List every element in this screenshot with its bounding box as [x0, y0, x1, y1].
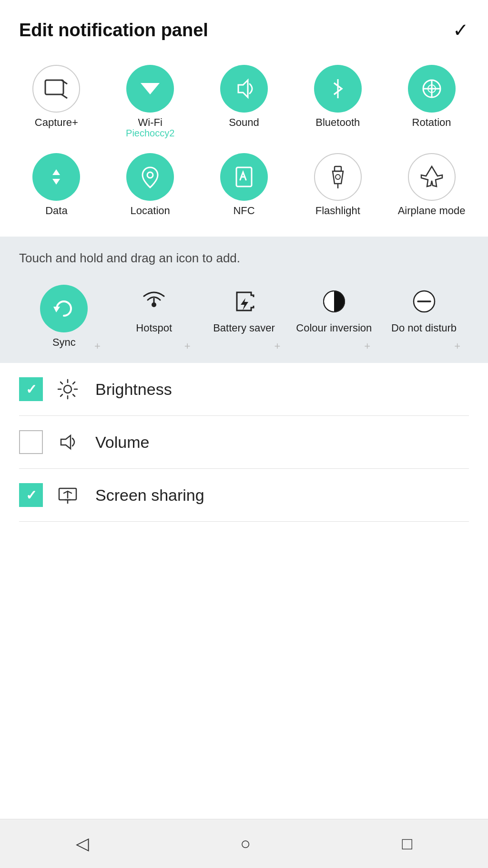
bottom-navigation: ◁ ○ □	[0, 819, 488, 868]
bluetooth-item[interactable]: Bluetooth	[291, 60, 385, 144]
svg-rect-12	[335, 166, 341, 171]
sound-icon-circle	[220, 65, 268, 113]
screen-sharing-checkbox[interactable]: ✓	[19, 483, 43, 507]
brightness-label: Brightness	[95, 380, 172, 399]
sync-item[interactable]: Sync +	[19, 280, 109, 353]
svg-line-28	[73, 394, 75, 396]
svg-marker-31	[61, 435, 71, 449]
volume-checkbox[interactable]	[19, 430, 43, 454]
airplane-icon	[417, 163, 446, 191]
battery-saver-icon	[227, 285, 261, 318]
sound-item[interactable]: Sound	[197, 60, 291, 144]
rotation-icon	[417, 74, 446, 103]
page-header: Edit notification panel ✓	[0, 0, 488, 51]
flashlight-label: Flashlight	[315, 205, 360, 217]
screen-sharing-setting[interactable]: ✓ Screen sharing	[19, 469, 469, 522]
volume-label: Volume	[95, 433, 149, 452]
capture-item[interactable]: Capture+	[10, 60, 103, 144]
screen-sharing-icon	[57, 485, 81, 506]
rotation-item[interactable]: Rotation	[385, 60, 478, 144]
do-not-disturb-plus: +	[454, 340, 460, 352]
wifi-icon	[136, 74, 164, 103]
nfc-item[interactable]: NFC	[197, 148, 291, 222]
drag-hint-text: Touch and hold and drag an icon to add.	[19, 251, 469, 266]
svg-marker-3	[141, 83, 160, 94]
nfc-label: NFC	[233, 205, 254, 217]
confirm-button[interactable]: ✓	[453, 19, 469, 41]
svg-line-2	[61, 94, 67, 98]
svg-line-30	[61, 394, 62, 396]
hotspot-label: Hotspot	[136, 322, 172, 334]
svg-point-10	[147, 172, 153, 178]
hotspot-icon	[137, 285, 171, 318]
data-icon-circle	[32, 153, 80, 201]
sync-icon	[50, 294, 78, 323]
wifi-label: Wi-Fi	[138, 116, 163, 129]
location-label: Location	[131, 205, 170, 217]
back-button[interactable]: ◁	[61, 829, 103, 858]
recent-button[interactable]: □	[388, 829, 427, 858]
colour-inversion-label: Colour inversion	[296, 322, 372, 334]
drag-hint-area: Touch and hold and drag an icon to add. …	[0, 237, 488, 363]
hotspot-plus: +	[184, 340, 191, 352]
location-icon-circle	[126, 153, 174, 201]
wifi-icon-circle	[126, 65, 174, 113]
location-icon	[136, 163, 164, 191]
bluetooth-icon	[324, 74, 352, 103]
nfc-icon	[230, 163, 258, 191]
volume-setting[interactable]: Volume	[19, 416, 469, 469]
sync-icon-circle	[40, 285, 88, 332]
wifi-item[interactable]: Wi-Fi Piechoccy2	[103, 60, 197, 144]
data-icon	[42, 163, 71, 191]
active-panel: Capture+ Wi-Fi Piechoccy2 Sound	[0, 51, 488, 237]
rotation-icon-circle	[408, 65, 456, 113]
brightness-icon	[57, 379, 81, 400]
svg-marker-15	[53, 307, 60, 312]
colour-inversion-icon	[317, 285, 351, 318]
rotation-label: Rotation	[412, 116, 451, 129]
battery-saver-item[interactable]: Battery saver +	[199, 280, 289, 353]
hotspot-item[interactable]: Hotspot +	[109, 280, 199, 353]
capture-icon	[43, 77, 69, 100]
flashlight-icon-circle	[314, 153, 362, 201]
brightness-setting[interactable]: ✓ Brightness	[19, 363, 469, 416]
sound-label: Sound	[229, 116, 259, 129]
colour-inversion-item[interactable]: Colour inversion +	[289, 280, 379, 353]
screen-sharing-check-icon: ✓	[26, 487, 37, 503]
volume-icon	[57, 432, 81, 453]
do-not-disturb-item[interactable]: Do not disturb +	[379, 280, 469, 353]
bluetooth-icon-circle	[314, 65, 362, 113]
svg-point-14	[336, 175, 340, 179]
capture-label: Capture+	[35, 116, 78, 129]
do-not-disturb-label: Do not disturb	[391, 322, 457, 334]
svg-line-1	[61, 80, 67, 84]
airplane-label: Airplane mode	[398, 205, 466, 217]
brightness-checkbox[interactable]: ✓	[19, 377, 43, 401]
airplane-item[interactable]: Airplane mode	[385, 148, 478, 222]
page-title: Edit notification panel	[19, 20, 208, 41]
battery-saver-plus: +	[274, 340, 281, 352]
svg-line-27	[61, 382, 62, 384]
settings-list: ✓ Brightness Volume	[0, 363, 488, 522]
bluetooth-label: Bluetooth	[315, 116, 360, 129]
data-item[interactable]: Data	[10, 148, 103, 222]
sync-label: Sync	[52, 336, 76, 349]
colour-inversion-plus: +	[364, 340, 370, 352]
active-icon-grid: Capture+ Wi-Fi Piechoccy2 Sound	[10, 55, 478, 227]
svg-rect-0	[45, 80, 63, 94]
svg-point-22	[64, 385, 71, 393]
airplane-icon-circle	[408, 153, 456, 201]
location-item[interactable]: Location	[103, 148, 197, 222]
inactive-icon-grid: Sync + Hotspot + Battery saver +	[19, 275, 469, 358]
screen-sharing-label: Screen sharing	[95, 486, 204, 505]
home-button[interactable]: ○	[226, 829, 265, 858]
data-label: Data	[45, 205, 67, 217]
flashlight-icon	[325, 163, 351, 191]
flashlight-item[interactable]: Flashlight	[291, 148, 385, 222]
brightness-check-icon: ✓	[26, 382, 37, 397]
do-not-disturb-icon	[407, 285, 441, 318]
sound-icon	[230, 74, 258, 103]
svg-marker-4	[238, 80, 248, 97]
sync-plus: +	[94, 340, 101, 352]
nfc-icon-circle	[220, 153, 268, 201]
